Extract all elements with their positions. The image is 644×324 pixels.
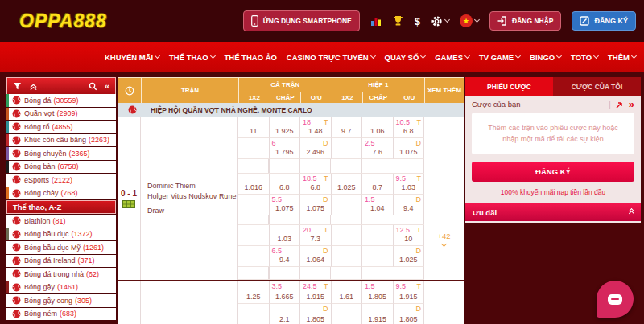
nav-item[interactable]: CASINO TRỰC TUYẾN [287, 53, 375, 62]
odds-cell[interactable]: 9.7 [332, 117, 363, 138]
collapse-all-icon[interactable] [29, 82, 38, 91]
match-teams[interactable] [141, 281, 238, 324]
search-icon[interactable] [89, 82, 97, 91]
sidebar-sport-item[interactable]: Bóng rổ(4855) [6, 121, 116, 133]
odds-cell[interactable]: 11 [238, 117, 270, 138]
register-button[interactable]: ĐĂNG KÝ [572, 11, 636, 31]
sport-label: Bóng đá [24, 96, 52, 105]
trophy-icon[interactable] [392, 15, 404, 27]
odds-cell[interactable]: D1.075 [394, 138, 425, 159]
sidebar-sport-item[interactable]: Bóng đá(30559) [6, 94, 116, 107]
odds-cell[interactable]: D1.075 [300, 195, 332, 215]
odds-cell[interactable]: 1.25 [238, 281, 270, 304]
odds-cell[interactable]: 9.5T1.915 [394, 281, 425, 304]
odds-cell[interactable]: 1.025 [332, 174, 363, 195]
sidebar-sport-item[interactable]: Bóng đá trong nhà(62) [6, 268, 116, 281]
nav-item[interactable]: THÊM [608, 53, 636, 62]
odd-value: 1.025 [394, 256, 424, 264]
stats-chart-icon[interactable] [370, 16, 382, 27]
odds-cell[interactable]: D1.805 [300, 304, 332, 324]
sidebar-sport-item[interactable]: Bóng ném(683) [6, 308, 116, 321]
site-logo[interactable]: OPPA888 [19, 10, 107, 32]
see-more-cell[interactable]: +42 [424, 117, 464, 280]
odd-value: 1.61 [332, 293, 362, 301]
more-markets-count: +42 [437, 232, 450, 240]
odds-cell[interactable]: 18.5T6.8 [300, 174, 332, 195]
subcolumn-header: O/U [300, 92, 332, 103]
settings-gear-icon[interactable] [431, 15, 449, 27]
odds-cell[interactable]: 6.59.4 [270, 246, 301, 267]
odds-cell[interactable]: D1.025 [394, 246, 425, 267]
odds-cell[interactable]: 5.51.075 [270, 195, 301, 215]
odds-cell[interactable]: 2.1 [270, 304, 301, 324]
odds-cell[interactable]: 12.5T10 [394, 225, 425, 246]
subcolumn-header: 1X2 [238, 92, 270, 103]
sidebar-sport-item[interactable]: Bóng bầu dục Mỹ(1261) [6, 241, 116, 254]
tab-my-bets[interactable]: CƯỢC CỦA TÔI [553, 77, 641, 96]
odds-cell[interactable]: D2.496 [300, 138, 332, 159]
odds-cell[interactable]: D1.805 [394, 304, 425, 324]
odds-cell[interactable]: D9.4 [394, 195, 425, 215]
odds-cell[interactable]: 1.06 [362, 117, 394, 138]
sport-count: (305) [75, 297, 92, 305]
odds-cell[interactable]: 1.03 [270, 225, 301, 246]
league-row[interactable]: HIỆP HỘI QUẦN VỢT NHÀ NGHỀ. MONTE CARLO [118, 103, 464, 117]
odds-cell[interactable]: 3.51.665 [270, 281, 301, 304]
odds-cell[interactable]: 2.57.6 [362, 138, 394, 159]
sport-label: Bóng chuyền [24, 150, 67, 158]
odd-value: 6.8 [394, 127, 424, 135]
sidebar-sport-item[interactable]: Biathlon(81) [6, 215, 116, 228]
nav-item[interactable]: TV GAME [479, 53, 520, 62]
nav-item[interactable]: QUAY SỐ [385, 53, 426, 62]
sidebar-sport-item[interactable]: Quần vợt(2909) [6, 108, 116, 121]
sidebar-sport-item[interactable]: Bóng bàn(6758) [6, 161, 116, 174]
odds-cell[interactable]: D1.064 [300, 246, 332, 267]
filter-icon[interactable] [13, 82, 22, 91]
odds-cell [332, 138, 363, 159]
live-chat-button[interactable] [597, 281, 634, 318]
sidebar-sport-item[interactable]: Bóng chuyền(2365) [6, 147, 116, 160]
odds-cell[interactable]: 8.7 [362, 174, 394, 195]
odds-cell[interactable]: 18T1.48 [300, 117, 332, 138]
odds-cell[interactable]: 1.61 [332, 281, 363, 304]
smartphone-app-button[interactable]: ỨNG DỤNG SMARTPHONE [243, 10, 360, 31]
nav-item-label: THÊM [608, 53, 630, 62]
sidebar-sport-item[interactable]: Bóng gậy cong(305) [6, 294, 116, 307]
sidebar-sport-item[interactable]: Bóng bầu dục(1372) [6, 228, 116, 241]
sidebar-sport-item[interactable]: Khúc côn cầu băng(2263) [6, 134, 116, 147]
nav-item[interactable]: TOTO [571, 53, 598, 62]
odd-value: 1.915 [394, 293, 424, 301]
odds-cell[interactable]: 1.016 [238, 174, 270, 195]
sidebar-sport-item[interactable]: eSports(2122) [6, 174, 116, 187]
odds-cell[interactable]: 24.5T1.915 [300, 281, 332, 304]
odds-cell[interactable]: 1.51.805 [362, 281, 394, 304]
betslip-register-button[interactable]: ĐĂNG KÝ [472, 162, 634, 182]
collapse-sidebar-icon[interactable]: « [105, 82, 109, 91]
odds-cell[interactable]: 1.51.04 [362, 195, 394, 215]
tab-bet-slip[interactable]: PHIẾU CƯỢC [465, 77, 553, 96]
nav-item[interactable]: BINGO [530, 53, 561, 62]
language-flag-icon[interactable]: ★ [460, 14, 479, 27]
currency-dollar-icon[interactable]: $ [415, 15, 420, 27]
odds-cell[interactable]: 1.925 [270, 117, 301, 138]
odds-cell[interactable]: 6.8 [270, 174, 301, 195]
odds-cell[interactable]: 1.915 [362, 304, 394, 324]
sidebar-sport-item[interactable]: Bóng đá Ireland(371) [6, 255, 116, 268]
odds-cell[interactable]: 9.5T1.03 [394, 174, 425, 195]
nav-item[interactable]: GAMES [435, 53, 469, 62]
odds-cell[interactable]: 61.795 [270, 138, 301, 159]
nav-item[interactable]: THỂ THAO ẢO [224, 53, 276, 62]
nav-item[interactable]: THỂ THAO [169, 53, 215, 62]
sidebar-sport-item[interactable]: Bóng chày(768) [6, 187, 116, 200]
login-button[interactable]: ĐĂNG NHẬP [489, 11, 561, 31]
odds-cell[interactable]: 20T7.3 [300, 225, 332, 246]
offers-header[interactable]: Ưu đãi [465, 203, 641, 221]
odds-cell[interactable]: 10.5T6.8 [394, 117, 425, 138]
see-more-cell[interactable] [424, 281, 464, 324]
nav-item[interactable]: KHUYẾN MÃI [105, 53, 159, 62]
match-column-header: TRẬN [141, 77, 238, 103]
expand-betslip-icon[interactable]: » [629, 99, 634, 109]
sidebar-sport-item[interactable]: Bóng gậy(1461) [6, 281, 116, 294]
dock-betslip-icon[interactable] [616, 100, 624, 109]
match-teams[interactable]: Dominic Thiem Holger Vitus Nodskov Rune … [141, 117, 238, 280]
